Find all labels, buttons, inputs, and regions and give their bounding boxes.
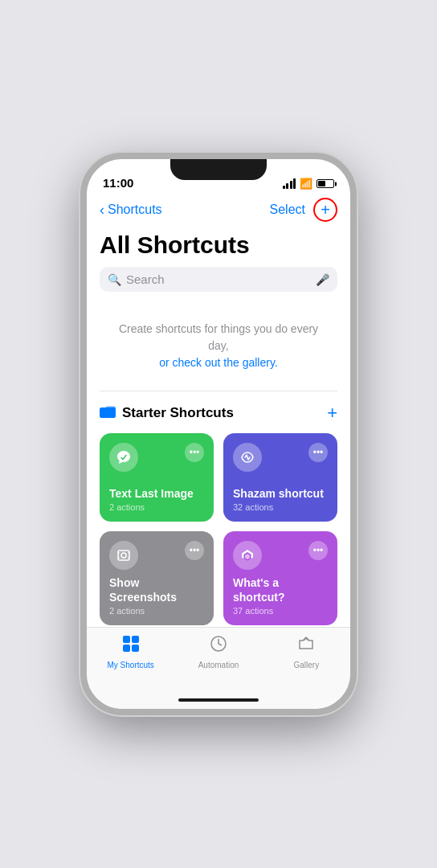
section-title: Starter Shortcuts [122, 405, 234, 421]
tab-label-my-shortcuts: My Shortcuts [107, 661, 153, 669]
phone-screen: 11:00 📶 ‹ Shortcuts [87, 159, 350, 709]
shortcuts-grid: ••• Text Last Image 2 actions [87, 433, 350, 627]
back-label: Shortcuts [108, 203, 162, 217]
signal-icon [283, 178, 296, 189]
card-title-text-last-image: Text Last Image [109, 487, 204, 502]
nav-actions: Select + [270, 198, 337, 222]
power-button[interactable] [355, 272, 357, 318]
shortcut-card-shazam[interactable]: ••• Shazam shortcut 32 actions [223, 433, 337, 522]
home-indicator [87, 691, 350, 709]
select-button[interactable]: Select [270, 203, 305, 217]
gallery-icon [296, 634, 316, 658]
automation-icon [209, 634, 228, 658]
shortcut-card-text-last-image[interactable]: ••• Text Last Image 2 actions [100, 433, 214, 522]
card-more-shazam[interactable]: ••• [308, 443, 328, 462]
volume-up-button[interactable] [80, 256, 82, 285]
svg-rect-1 [118, 551, 129, 560]
phone-frame: 11:00 📶 ‹ Shortcuts [80, 153, 357, 715]
search-bar[interactable]: 🔍 Search 🎤 [100, 267, 337, 292]
card-subtitle-screenshots: 2 actions [109, 606, 204, 616]
search-icon: 🔍 [108, 273, 121, 286]
gallery-link[interactable]: or check out the gallery. [159, 356, 278, 369]
tab-label-automation: Automation [198, 661, 239, 669]
svg-rect-6 [132, 645, 139, 652]
home-bar [178, 698, 259, 702]
card-icon-screenshots [109, 541, 138, 570]
wifi-icon: 📶 [300, 178, 312, 190]
empty-state: Create shortcuts for things you do every… [87, 305, 350, 391]
svg-rect-5 [123, 645, 130, 652]
battery-icon [317, 179, 334, 188]
tab-automation[interactable]: Automation [174, 634, 262, 669]
nav-bar: ‹ Shortcuts Select + [87, 194, 350, 228]
svg-point-2 [121, 553, 126, 558]
svg-rect-3 [123, 636, 130, 643]
notch [170, 159, 267, 180]
tab-my-shortcuts[interactable]: My Shortcuts [87, 634, 174, 669]
back-button[interactable]: ‹ Shortcuts [100, 203, 162, 217]
status-icons: 📶 [283, 178, 335, 190]
page-title: All Shortcuts [87, 228, 350, 267]
tab-gallery[interactable]: Gallery [263, 634, 350, 669]
card-title-shazam: Shazam shortcut [233, 487, 328, 502]
section-add-button[interactable]: + [327, 403, 337, 424]
svg-rect-4 [132, 636, 139, 643]
card-more-whats-a-shortcut[interactable]: ••• [308, 541, 328, 560]
plus-icon: + [321, 202, 330, 218]
starter-shortcuts-section-header: Starter Shortcuts + [87, 391, 350, 433]
card-icon-whats-a-shortcut [233, 541, 262, 570]
chevron-left-icon: ‹ [100, 203, 104, 217]
card-subtitle-text-last-image: 2 actions [109, 502, 204, 512]
folder-icon [100, 405, 116, 422]
status-time: 11:00 [103, 176, 133, 190]
search-input[interactable]: Search [126, 272, 311, 286]
shortcut-card-whats-a-shortcut[interactable]: ••• What's a shortcut? 37 actions [223, 531, 337, 625]
card-title-whats-a-shortcut: What's a shortcut? [233, 576, 328, 604]
tab-label-gallery: Gallery [293, 661, 319, 669]
add-button[interactable]: + [313, 198, 337, 222]
card-icon-text-last-image [109, 443, 138, 472]
shortcut-card-screenshots[interactable]: ••• Show Screenshots 2 actions [100, 531, 214, 625]
volume-down-button[interactable] [80, 294, 82, 323]
my-shortcuts-icon [121, 634, 141, 658]
card-title-screenshots: Show Screenshots [109, 576, 204, 604]
card-more-text-last-image[interactable]: ••• [185, 443, 204, 462]
empty-state-text: Create shortcuts for things you do every… [119, 322, 318, 352]
microphone-icon[interactable]: 🎤 [316, 273, 329, 286]
card-subtitle-whats-a-shortcut: 37 actions [233, 606, 328, 616]
card-subtitle-shazam: 32 actions [233, 502, 328, 512]
card-icon-shazam [233, 443, 262, 472]
tab-bar: My Shortcuts Automation [87, 627, 350, 691]
card-more-screenshots[interactable]: ••• [185, 541, 204, 560]
main-content: ‹ Shortcuts Select + All Shortcuts 🔍 Sea… [87, 194, 350, 627]
